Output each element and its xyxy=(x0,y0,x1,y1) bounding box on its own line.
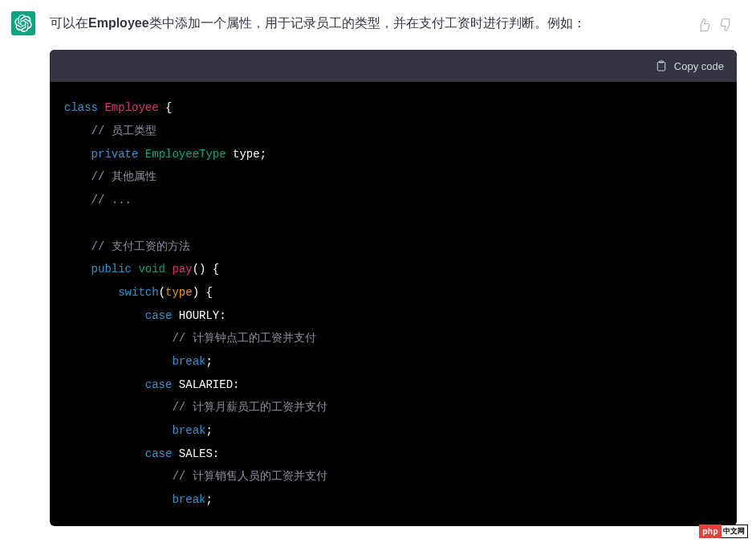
thumbs-down-button[interactable] xyxy=(719,18,734,32)
openai-logo-icon xyxy=(14,14,32,32)
message-body: 可以在Employee类中添加一个属性，用于记录员工的类型，并在支付工资时进行判… xyxy=(50,11,737,526)
code-header: Copy code xyxy=(50,50,737,82)
assistant-message: 可以在Employee类中添加一个属性，用于记录员工的类型，并在支付工资时进行判… xyxy=(0,0,756,526)
thumbs-up-icon xyxy=(697,18,711,32)
svg-rect-1 xyxy=(657,63,665,71)
message-text: 可以在Employee类中添加一个属性，用于记录员工的类型，并在支付工资时进行判… xyxy=(50,11,737,35)
watermark-right: 中文网 xyxy=(721,525,748,538)
feedback-buttons xyxy=(697,18,734,32)
thumbs-down-icon xyxy=(719,18,734,32)
assistant-avatar xyxy=(11,11,35,35)
copy-code-button[interactable]: Copy code xyxy=(655,59,724,72)
watermark-left: php xyxy=(699,525,721,538)
clipboard-icon xyxy=(655,59,668,72)
code-content: class Employee { // 员工类型 private Employe… xyxy=(50,82,737,525)
watermark: php 中文网 xyxy=(699,525,748,538)
code-block: Copy code class Employee { // 员工类型 priva… xyxy=(50,50,737,525)
copy-code-label: Copy code xyxy=(674,60,724,72)
thumbs-up-button[interactable] xyxy=(697,18,711,32)
